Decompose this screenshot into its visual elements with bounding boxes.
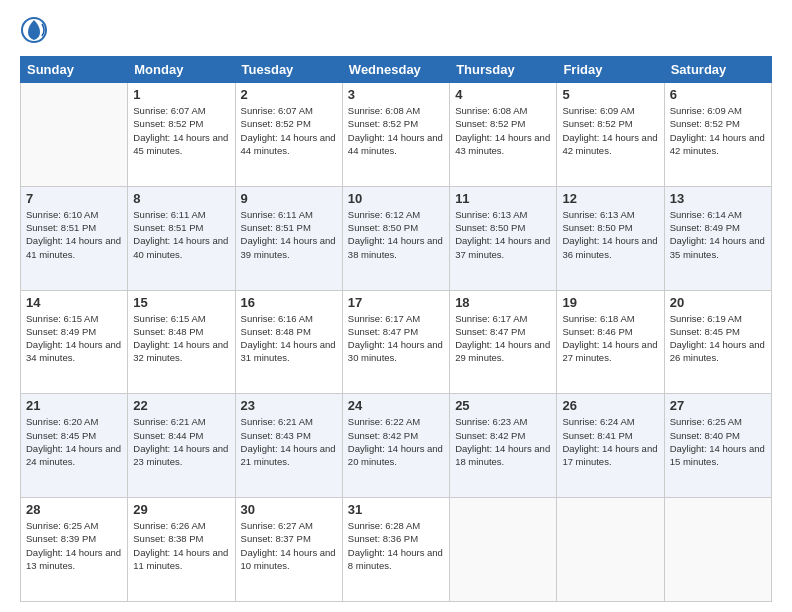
day-info: Sunrise: 6:11 AMSunset: 8:51 PMDaylight:… [241, 208, 337, 261]
day-cell: 31Sunrise: 6:28 AMSunset: 8:36 PMDayligh… [342, 498, 449, 602]
day-info: Sunrise: 6:24 AMSunset: 8:41 PMDaylight:… [562, 415, 658, 468]
day-number: 22 [133, 398, 229, 413]
day-cell: 17Sunrise: 6:17 AMSunset: 8:47 PMDayligh… [342, 290, 449, 394]
day-cell: 4Sunrise: 6:08 AMSunset: 8:52 PMDaylight… [450, 83, 557, 187]
day-cell: 20Sunrise: 6:19 AMSunset: 8:45 PMDayligh… [664, 290, 771, 394]
header-thursday: Thursday [450, 57, 557, 83]
day-cell: 8Sunrise: 6:11 AMSunset: 8:51 PMDaylight… [128, 186, 235, 290]
day-info: Sunrise: 6:19 AMSunset: 8:45 PMDaylight:… [670, 312, 766, 365]
day-number: 14 [26, 295, 122, 310]
day-info: Sunrise: 6:21 AMSunset: 8:43 PMDaylight:… [241, 415, 337, 468]
day-cell: 6Sunrise: 6:09 AMSunset: 8:52 PMDaylight… [664, 83, 771, 187]
day-info: Sunrise: 6:20 AMSunset: 8:45 PMDaylight:… [26, 415, 122, 468]
day-info: Sunrise: 6:13 AMSunset: 8:50 PMDaylight:… [562, 208, 658, 261]
day-number: 9 [241, 191, 337, 206]
day-number: 5 [562, 87, 658, 102]
day-info: Sunrise: 6:11 AMSunset: 8:51 PMDaylight:… [133, 208, 229, 261]
day-cell: 12Sunrise: 6:13 AMSunset: 8:50 PMDayligh… [557, 186, 664, 290]
day-cell: 18Sunrise: 6:17 AMSunset: 8:47 PMDayligh… [450, 290, 557, 394]
header-wednesday: Wednesday [342, 57, 449, 83]
day-number: 16 [241, 295, 337, 310]
day-number: 27 [670, 398, 766, 413]
day-cell [21, 83, 128, 187]
day-info: Sunrise: 6:17 AMSunset: 8:47 PMDaylight:… [455, 312, 551, 365]
day-info: Sunrise: 6:08 AMSunset: 8:52 PMDaylight:… [348, 104, 444, 157]
day-cell: 16Sunrise: 6:16 AMSunset: 8:48 PMDayligh… [235, 290, 342, 394]
day-cell: 1Sunrise: 6:07 AMSunset: 8:52 PMDaylight… [128, 83, 235, 187]
day-info: Sunrise: 6:17 AMSunset: 8:47 PMDaylight:… [348, 312, 444, 365]
day-number: 13 [670, 191, 766, 206]
day-number: 21 [26, 398, 122, 413]
day-number: 18 [455, 295, 551, 310]
day-info: Sunrise: 6:26 AMSunset: 8:38 PMDaylight:… [133, 519, 229, 572]
day-number: 29 [133, 502, 229, 517]
day-number: 8 [133, 191, 229, 206]
day-cell: 26Sunrise: 6:24 AMSunset: 8:41 PMDayligh… [557, 394, 664, 498]
day-number: 10 [348, 191, 444, 206]
logo [20, 16, 52, 48]
header-monday: Monday [128, 57, 235, 83]
day-cell: 21Sunrise: 6:20 AMSunset: 8:45 PMDayligh… [21, 394, 128, 498]
day-cell: 24Sunrise: 6:22 AMSunset: 8:42 PMDayligh… [342, 394, 449, 498]
day-cell: 27Sunrise: 6:25 AMSunset: 8:40 PMDayligh… [664, 394, 771, 498]
day-info: Sunrise: 6:12 AMSunset: 8:50 PMDaylight:… [348, 208, 444, 261]
calendar-table: Sunday Monday Tuesday Wednesday Thursday… [20, 56, 772, 602]
week-row-1: 1Sunrise: 6:07 AMSunset: 8:52 PMDaylight… [21, 83, 772, 187]
header [20, 16, 772, 48]
day-cell: 15Sunrise: 6:15 AMSunset: 8:48 PMDayligh… [128, 290, 235, 394]
day-number: 25 [455, 398, 551, 413]
day-info: Sunrise: 6:09 AMSunset: 8:52 PMDaylight:… [670, 104, 766, 157]
header-row: Sunday Monday Tuesday Wednesday Thursday… [21, 57, 772, 83]
day-info: Sunrise: 6:23 AMSunset: 8:42 PMDaylight:… [455, 415, 551, 468]
day-info: Sunrise: 6:25 AMSunset: 8:40 PMDaylight:… [670, 415, 766, 468]
day-cell [557, 498, 664, 602]
calendar-page: Sunday Monday Tuesday Wednesday Thursday… [0, 0, 792, 612]
day-cell: 5Sunrise: 6:09 AMSunset: 8:52 PMDaylight… [557, 83, 664, 187]
day-number: 7 [26, 191, 122, 206]
day-cell: 10Sunrise: 6:12 AMSunset: 8:50 PMDayligh… [342, 186, 449, 290]
day-cell: 23Sunrise: 6:21 AMSunset: 8:43 PMDayligh… [235, 394, 342, 498]
day-cell: 11Sunrise: 6:13 AMSunset: 8:50 PMDayligh… [450, 186, 557, 290]
day-info: Sunrise: 6:22 AMSunset: 8:42 PMDaylight:… [348, 415, 444, 468]
day-number: 28 [26, 502, 122, 517]
day-cell: 19Sunrise: 6:18 AMSunset: 8:46 PMDayligh… [557, 290, 664, 394]
header-tuesday: Tuesday [235, 57, 342, 83]
day-cell: 13Sunrise: 6:14 AMSunset: 8:49 PMDayligh… [664, 186, 771, 290]
day-info: Sunrise: 6:13 AMSunset: 8:50 PMDaylight:… [455, 208, 551, 261]
day-cell [664, 498, 771, 602]
day-number: 15 [133, 295, 229, 310]
day-number: 12 [562, 191, 658, 206]
day-cell: 29Sunrise: 6:26 AMSunset: 8:38 PMDayligh… [128, 498, 235, 602]
day-number: 6 [670, 87, 766, 102]
day-cell: 22Sunrise: 6:21 AMSunset: 8:44 PMDayligh… [128, 394, 235, 498]
day-cell: 28Sunrise: 6:25 AMSunset: 8:39 PMDayligh… [21, 498, 128, 602]
day-cell: 9Sunrise: 6:11 AMSunset: 8:51 PMDaylight… [235, 186, 342, 290]
day-number: 31 [348, 502, 444, 517]
day-info: Sunrise: 6:21 AMSunset: 8:44 PMDaylight:… [133, 415, 229, 468]
day-info: Sunrise: 6:10 AMSunset: 8:51 PMDaylight:… [26, 208, 122, 261]
day-number: 23 [241, 398, 337, 413]
day-number: 1 [133, 87, 229, 102]
header-saturday: Saturday [664, 57, 771, 83]
week-row-2: 7Sunrise: 6:10 AMSunset: 8:51 PMDaylight… [21, 186, 772, 290]
day-info: Sunrise: 6:15 AMSunset: 8:48 PMDaylight:… [133, 312, 229, 365]
header-sunday: Sunday [21, 57, 128, 83]
day-info: Sunrise: 6:28 AMSunset: 8:36 PMDaylight:… [348, 519, 444, 572]
day-number: 4 [455, 87, 551, 102]
day-info: Sunrise: 6:09 AMSunset: 8:52 PMDaylight:… [562, 104, 658, 157]
day-number: 19 [562, 295, 658, 310]
week-row-3: 14Sunrise: 6:15 AMSunset: 8:49 PMDayligh… [21, 290, 772, 394]
day-info: Sunrise: 6:08 AMSunset: 8:52 PMDaylight:… [455, 104, 551, 157]
day-info: Sunrise: 6:07 AMSunset: 8:52 PMDaylight:… [241, 104, 337, 157]
day-number: 26 [562, 398, 658, 413]
week-row-4: 21Sunrise: 6:20 AMSunset: 8:45 PMDayligh… [21, 394, 772, 498]
day-info: Sunrise: 6:27 AMSunset: 8:37 PMDaylight:… [241, 519, 337, 572]
day-number: 2 [241, 87, 337, 102]
day-number: 17 [348, 295, 444, 310]
day-cell: 14Sunrise: 6:15 AMSunset: 8:49 PMDayligh… [21, 290, 128, 394]
day-cell [450, 498, 557, 602]
header-friday: Friday [557, 57, 664, 83]
day-cell: 25Sunrise: 6:23 AMSunset: 8:42 PMDayligh… [450, 394, 557, 498]
day-info: Sunrise: 6:14 AMSunset: 8:49 PMDaylight:… [670, 208, 766, 261]
day-info: Sunrise: 6:15 AMSunset: 8:49 PMDaylight:… [26, 312, 122, 365]
